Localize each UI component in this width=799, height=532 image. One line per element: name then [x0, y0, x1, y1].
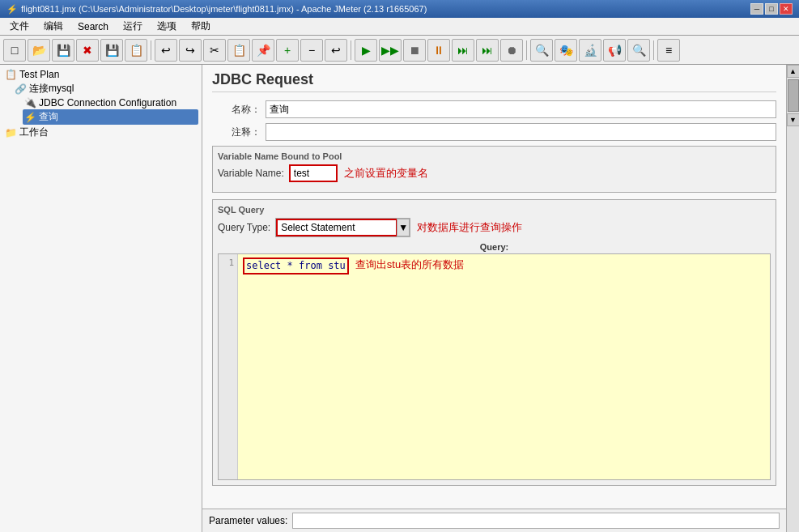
comment-row: 注释： [212, 123, 776, 141]
connect-mysql-icon: 🔗 [15, 83, 27, 95]
minimize-button[interactable]: ─ [750, 3, 763, 15]
tb-close[interactable]: ✖ [76, 39, 99, 62]
menu-options[interactable]: 选项 [151, 18, 183, 35]
tb-new[interactable]: □ [3, 39, 26, 62]
tb-save2[interactable]: 💾 [100, 39, 123, 62]
tb-remote-stop[interactable]: ⏺ [500, 39, 523, 62]
tb-cut[interactable]: ✂ [203, 39, 226, 62]
toolbar: □ 📂 💾 ✖ 💾 📋 ↩ ↪ ✂ 📋 📌 + − ↩ ▶ ▶▶ ⏹ ⏸ ⏭ ⏭… [0, 36, 799, 65]
tb-copy[interactable]: 📋 [227, 39, 250, 62]
app-icon: ⚡ [6, 4, 18, 15]
menu-help[interactable]: 帮助 [185, 18, 217, 35]
jdbc-connection-label: JDBC Connection Configuration [39, 97, 176, 109]
dropdown-arrow-icon[interactable]: ▼ [397, 219, 410, 236]
bottom-bar: Parameter values: [202, 509, 786, 532]
tb-save[interactable]: 💾 [52, 39, 74, 62]
test-plan-icon: 📋 [5, 69, 17, 80]
workspace-icon: 📁 [5, 127, 17, 138]
query-label: 查询 [39, 110, 58, 124]
sep2 [351, 40, 351, 60]
tb-expand[interactable]: + [276, 39, 299, 62]
comment-label: 注释： [212, 126, 261, 139]
query-text-area[interactable]: select * from stu 查询出stu表的所有数据 [238, 254, 770, 479]
title-bar-controls: ─ □ ✕ [750, 3, 793, 15]
query-type-wrapper: Select Statement ▼ 对数据库进行查询操作 [275, 218, 771, 237]
sql-code: select * from stu [243, 257, 349, 275]
sep4 [653, 40, 654, 60]
variable-annotation: 之前设置的变量名 [344, 166, 428, 181]
sep3 [526, 40, 527, 60]
variable-label: Variable Name: [218, 168, 284, 179]
tb-start-nopause[interactable]: ▶▶ [379, 39, 402, 62]
sql-section-title: SQL Query [218, 205, 771, 215]
tb-analyze[interactable]: 🔍 [530, 39, 553, 62]
tb-clear-all[interactable]: 🔬 [579, 39, 601, 62]
tb-function[interactable]: 📢 [603, 39, 626, 62]
workspace-label: 工作台 [19, 126, 49, 139]
tree-item-query[interactable]: ⚡ 查询 [23, 109, 198, 125]
tree-item-test-plan[interactable]: 📋 Test Plan [3, 68, 198, 81]
variable-row: Variable Name: 之前设置的变量名 [218, 164, 771, 182]
tb-shutdown[interactable]: ⏸ [427, 39, 450, 62]
name-input[interactable] [266, 100, 776, 118]
line-numbers: 1 [219, 254, 238, 479]
tb-clear[interactable]: 🎭 [555, 39, 577, 62]
query-type-row: Query Type: Select Statement ▼ 对数据库进行查询操… [218, 218, 771, 237]
sql-section: SQL Query Query Type: Select Statement ▼… [212, 199, 776, 486]
title-bar-left: ⚡ flight0811.jmx (C:\Users\Administrator… [6, 4, 427, 15]
tb-open[interactable]: 📂 [28, 39, 50, 62]
jdbc-request-title: JDBC Request [212, 71, 776, 92]
query-area[interactable]: 1 select * from stu 查询出stu表的所有数据 [218, 253, 771, 480]
tb-undo[interactable]: ↩ [155, 39, 177, 62]
variable-name-input[interactable] [289, 164, 338, 182]
name-label: 名称： [212, 103, 261, 117]
tree-item-workspace[interactable]: 📁 工作台 [3, 125, 198, 140]
scroll-down-button[interactable]: ▼ [787, 113, 800, 126]
title-bar: ⚡ flight0811.jmx (C:\Users\Administrator… [0, 0, 799, 18]
scroll-up-button[interactable]: ▲ [787, 65, 800, 78]
query-type-select-container: Select Statement ▼ [275, 218, 410, 237]
menu-edit[interactable]: 编辑 [37, 18, 70, 35]
scroll-thumb[interactable] [788, 79, 799, 112]
right-panel: JDBC Request 名称： 注释： Variable Name Bound… [202, 65, 786, 532]
menu-bar: 文件 编辑 Search 运行 选项 帮助 [0, 18, 799, 36]
jdbc-content: JDBC Request 名称： 注释： Variable Name Bound… [202, 65, 786, 509]
right-scrollbar[interactable]: ▲ ▼ [786, 65, 799, 532]
jdbc-connection-icon: 🔌 [24, 97, 36, 109]
tb-search[interactable]: 🔍 [627, 39, 650, 62]
sep1 [151, 40, 151, 60]
param-label: Parameter values: [209, 515, 287, 526]
query-type-label: Query Type: [218, 222, 270, 233]
param-values-input[interactable] [292, 513, 780, 529]
query-icon: ⚡ [24, 112, 36, 123]
test-plan-label: Test Plan [19, 69, 59, 80]
title-bar-text: flight0811.jmx (C:\Users\Administrator\D… [21, 4, 427, 14]
tb-template[interactable]: 📋 [125, 39, 147, 62]
menu-run[interactable]: 运行 [117, 18, 149, 35]
menu-search[interactable]: Search [71, 19, 115, 34]
tb-log[interactable]: ≡ [657, 39, 680, 62]
tb-stop[interactable]: ⏹ [403, 39, 426, 62]
tb-remote-start-all[interactable]: ⏭ [476, 39, 499, 62]
query-area-label: Query: [218, 242, 771, 252]
tb-start[interactable]: ▶ [355, 39, 377, 62]
tb-collapse[interactable]: − [300, 39, 323, 62]
connect-mysql-label: 连接mysql [29, 82, 74, 96]
tb-redo[interactable]: ↪ [179, 39, 202, 62]
close-button[interactable]: ✕ [780, 3, 793, 15]
tree-item-jdbc-connection[interactable]: 🔌 JDBC Connection Configuration [23, 96, 198, 109]
tb-paste[interactable]: 📌 [252, 39, 274, 62]
main-layout: 📋 Test Plan 🔗 连接mysql 🔌 JDBC Connection … [0, 65, 799, 532]
comment-input[interactable] [266, 123, 776, 141]
tb-toggle[interactable]: ↩ [325, 39, 347, 62]
tb-remote-start[interactable]: ⏭ [452, 39, 474, 62]
menu-file[interactable]: 文件 [3, 18, 36, 35]
sql-annotation: 查询出stu表的所有数据 [355, 257, 464, 272]
name-row: 名称： [212, 100, 776, 118]
tree-item-connect-mysql[interactable]: 🔗 连接mysql [13, 81, 198, 96]
maximize-button[interactable]: □ [765, 3, 778, 15]
variable-section: Variable Name Bound to Pool Variable Nam… [212, 146, 776, 193]
line-number-1: 1 [222, 257, 234, 268]
left-panel: 📋 Test Plan 🔗 连接mysql 🔌 JDBC Connection … [0, 65, 202, 532]
query-type-select[interactable]: Select Statement [276, 219, 397, 236]
